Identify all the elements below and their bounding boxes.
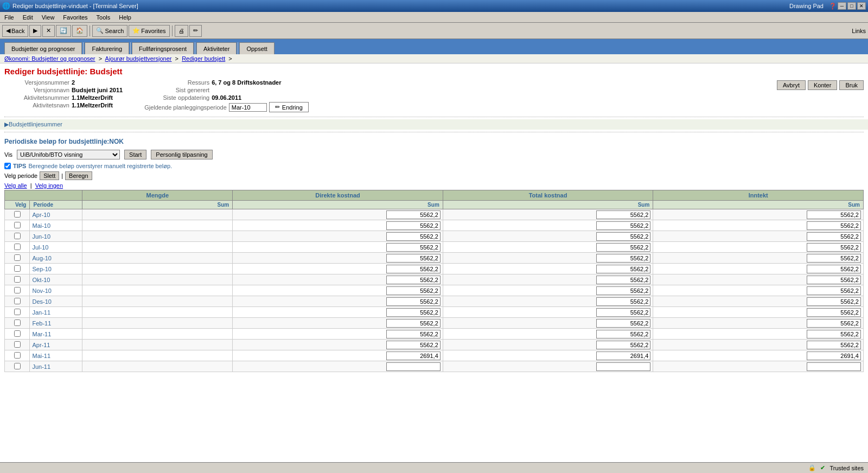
- direkte-input[interactable]: [386, 330, 441, 338]
- inntekt-input[interactable]: [807, 276, 861, 284]
- konter-button[interactable]: Konter: [808, 80, 837, 90]
- total-input[interactable]: [596, 319, 650, 328]
- inntekt-input[interactable]: [807, 243, 861, 252]
- direkte-input[interactable]: [386, 362, 441, 371]
- slett-button[interactable]: Slett: [40, 171, 59, 180]
- search-button[interactable]: 🔍 Search: [92, 25, 127, 37]
- direkte-input[interactable]: [386, 276, 441, 284]
- home-button[interactable]: 🏠: [72, 25, 87, 37]
- row-checkbox[interactable]: [14, 309, 21, 315]
- row-checkbox[interactable]: [14, 244, 21, 250]
- row-checkbox[interactable]: [14, 352, 21, 359]
- velg-alle-link[interactable]: Velg alle: [4, 182, 27, 189]
- menu-view[interactable]: View: [37, 13, 59, 22]
- inntekt-input[interactable]: [807, 297, 861, 306]
- nav-tab-aktiviteter[interactable]: Aktiviteter: [196, 42, 237, 54]
- total-input[interactable]: [596, 232, 650, 241]
- refresh-button[interactable]: 🔄: [56, 25, 71, 37]
- print-button[interactable]: 🖨: [175, 25, 188, 37]
- direkte-input[interactable]: [386, 210, 441, 219]
- direkte-input[interactable]: [386, 319, 441, 328]
- close-btn[interactable]: ✕: [857, 2, 866, 10]
- edit-button[interactable]: ✏: [189, 25, 202, 37]
- row-checkbox[interactable]: [14, 341, 21, 348]
- total-input[interactable]: [596, 351, 650, 360]
- row-checkbox[interactable]: [14, 265, 21, 272]
- row-checkbox[interactable]: [14, 276, 21, 283]
- total-input[interactable]: [596, 210, 650, 219]
- row-checkbox[interactable]: [14, 222, 21, 228]
- velg-ingen-link[interactable]: Velg ingen: [35, 182, 63, 189]
- total-input[interactable]: [596, 243, 650, 252]
- inntekt-input[interactable]: [807, 210, 861, 219]
- inntekt-input[interactable]: [807, 308, 861, 317]
- menu-help[interactable]: Help: [114, 13, 136, 22]
- total-input[interactable]: [596, 330, 650, 338]
- direkte-input[interactable]: [386, 297, 441, 306]
- breadcrumb-ajouror[interactable]: Ajourør budsjettversjoner: [105, 55, 172, 62]
- menu-tools[interactable]: Tools: [92, 13, 115, 22]
- beregn-button[interactable]: Beregn: [65, 171, 92, 180]
- nav-tab-oppsett[interactable]: Oppsett: [239, 42, 275, 54]
- direkte-input[interactable]: [386, 341, 441, 349]
- menu-edit[interactable]: Edit: [18, 13, 37, 22]
- row-checkbox[interactable]: [14, 211, 21, 218]
- inntekt-input[interactable]: [807, 221, 861, 230]
- inntekt-input[interactable]: [807, 232, 861, 241]
- inntekt-input[interactable]: [807, 254, 861, 263]
- inntekt-input[interactable]: [807, 319, 861, 328]
- menu-favorites[interactable]: Favorites: [59, 13, 92, 22]
- nav-tab-budsjetter[interactable]: Budsjetter og prognoser: [4, 42, 82, 54]
- direkte-input[interactable]: [386, 243, 441, 252]
- breadcrumb-rediger[interactable]: Rediger budsjett: [182, 55, 225, 62]
- forward-button[interactable]: ▶: [29, 25, 41, 37]
- favorites-button[interactable]: ⭐ Favorites: [129, 25, 169, 37]
- vis-select[interactable]: UiB/Unifob/BTO visning: [17, 150, 120, 159]
- bruk-button[interactable]: Bruk: [839, 80, 864, 90]
- tilpasning-button[interactable]: Personlig tilpasning: [151, 150, 212, 159]
- direkte-input[interactable]: [386, 351, 441, 360]
- nav-tab-fullforing[interactable]: Fullføringsprosent: [132, 42, 194, 54]
- direkte-input[interactable]: [386, 308, 441, 317]
- row-checkbox[interactable]: [14, 363, 21, 369]
- inntekt-input[interactable]: [807, 351, 861, 360]
- inntekt-input[interactable]: [807, 286, 861, 295]
- budsjettlinjesummer-section[interactable]: ▶Budsjettlinjesummer: [0, 119, 868, 130]
- total-input[interactable]: [596, 341, 650, 349]
- row-checkbox[interactable]: [14, 233, 21, 239]
- total-input[interactable]: [596, 276, 650, 284]
- total-input[interactable]: [596, 286, 650, 295]
- tips-checkbox[interactable]: [4, 163, 11, 169]
- nav-tab-fakturering[interactable]: Fakturering: [85, 42, 129, 54]
- inntekt-input[interactable]: [807, 362, 861, 371]
- endring-button[interactable]: ✏ Endring: [269, 102, 309, 112]
- direkte-input[interactable]: [386, 254, 441, 263]
- row-checkbox[interactable]: [14, 298, 21, 304]
- start-button[interactable]: Start: [124, 150, 146, 159]
- total-input[interactable]: [596, 265, 650, 273]
- minimize-btn[interactable]: ─: [838, 2, 846, 10]
- total-input[interactable]: [596, 297, 650, 306]
- planleggingsperiode-input[interactable]: [229, 103, 267, 112]
- inntekt-input[interactable]: [807, 341, 861, 349]
- stop-button[interactable]: ✕: [42, 25, 55, 37]
- direkte-input[interactable]: [386, 265, 441, 273]
- avbryt-button[interactable]: Avbryt: [777, 80, 806, 90]
- row-checkbox[interactable]: [14, 330, 21, 337]
- menu-file[interactable]: File: [0, 13, 18, 22]
- direkte-input[interactable]: [386, 221, 441, 230]
- restore-btn[interactable]: □: [847, 2, 856, 10]
- total-input[interactable]: [596, 362, 650, 371]
- breadcrumb-okonomi[interactable]: Økonomi: Budsjetter og prognoser: [4, 55, 95, 62]
- total-input[interactable]: [596, 254, 650, 263]
- total-input[interactable]: [596, 221, 650, 230]
- row-checkbox[interactable]: [14, 319, 21, 326]
- direkte-input[interactable]: [386, 232, 441, 241]
- row-checkbox[interactable]: [14, 287, 21, 293]
- inntekt-input[interactable]: [807, 265, 861, 273]
- back-button[interactable]: ◀ Back: [2, 25, 28, 37]
- row-checkbox[interactable]: [14, 254, 21, 261]
- total-input[interactable]: [596, 308, 650, 317]
- inntekt-input[interactable]: [807, 330, 861, 338]
- direkte-input[interactable]: [386, 286, 441, 295]
